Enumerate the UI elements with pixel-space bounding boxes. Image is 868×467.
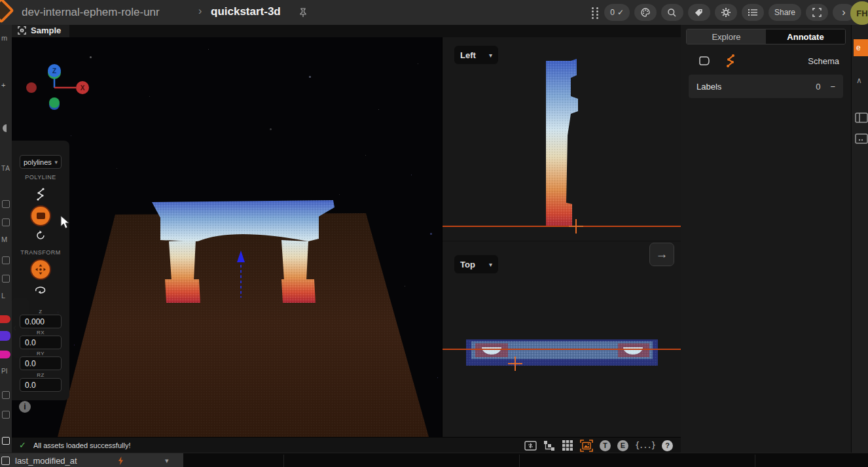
axis-z-label: Z [52, 67, 56, 75]
tags-button[interactable] [688, 4, 710, 21]
divider [519, 455, 520, 467]
chevron-down-icon[interactable]: ▾ [165, 457, 169, 465]
sidebar-checkbox[interactable] [2, 411, 10, 419]
ortho-axis-line [443, 349, 681, 350]
axis-orientation-gizmo[interactable]: Z X [18, 60, 97, 116]
left-view-axis-select[interactable]: Left ▾ [454, 46, 498, 64]
json-view-button[interactable]: {...} [635, 441, 655, 450]
ortho-axis-line [443, 226, 681, 227]
move-transform-tool-active[interactable] [31, 260, 50, 279]
lightning-icon [118, 457, 124, 465]
half-circle-icon [3, 124, 10, 132]
cuboid-label-icon[interactable] [698, 56, 711, 66]
rz-field-input[interactable] [20, 378, 62, 392]
ortho-view-left[interactable]: Left ▾ [443, 37, 681, 241]
main-3d-viewport[interactable]: Z X ‹ polylines ▾ POLYLINE [12, 37, 442, 437]
ry-field-label: RY [12, 351, 69, 356]
tab-sample[interactable]: Sample [12, 23, 69, 37]
labels-count: 0 [816, 82, 820, 92]
mouse-cursor [60, 215, 71, 230]
asset-status-bar: ✓ All assets loaded successfully! T E {.… [12, 437, 681, 453]
sidebar-section-tags: TA [1, 165, 10, 172]
draw-polyline-tool[interactable] [33, 186, 48, 202]
annotate-vertical-tab[interactable]: e [854, 39, 868, 56]
list-view-button[interactable] [742, 4, 764, 21]
label-color-pill[interactable] [0, 315, 10, 323]
polyline-label-icon-active[interactable] [725, 54, 736, 67]
z-field-input[interactable] [20, 315, 62, 328]
redo-loop-tool[interactable] [33, 228, 48, 243]
share-label: Share [774, 8, 795, 17]
grid-view-icon[interactable] [562, 440, 573, 451]
sidebar-section-labels: L [1, 292, 5, 300]
fullscreen-button[interactable] [806, 4, 828, 21]
color-palette-button[interactable] [634, 4, 657, 21]
status-message: All assets loaded successfully! [33, 441, 131, 449]
sidebar-checkbox[interactable] [2, 200, 10, 208]
labels-group-row[interactable]: Labels 0 − [689, 75, 843, 98]
tag-icon [694, 8, 704, 18]
share-button[interactable]: Share [769, 4, 801, 21]
ry-field-input[interactable] [20, 356, 62, 370]
chevron-up-icon[interactable]: ∧ [856, 76, 862, 85]
sidebar-collapsed-strip: m + TA M L PI [0, 25, 12, 453]
sidebar-checkbox[interactable] [2, 391, 10, 399]
media-view-icon-active[interactable] [580, 440, 593, 452]
sidebar-checkbox[interactable] [2, 218, 10, 226]
settings-button[interactable] [715, 4, 737, 21]
chevron-down-icon: ▾ [54, 159, 58, 165]
tab-annotate[interactable]: Annotate [766, 29, 845, 44]
right-edge-rail: e ∧ [851, 25, 868, 467]
label-color-pill[interactable] [0, 331, 10, 341]
sidebar-checkbox[interactable] [2, 437, 10, 445]
breadcrumb-current[interactable]: quickstart-3d [211, 5, 281, 18]
drag-handle-icon[interactable] [592, 7, 600, 18]
tab-explore[interactable]: Explore [687, 29, 766, 44]
annotation-count-button[interactable]: 0 ✓ [604, 4, 630, 21]
label-mode-value: polylines [24, 158, 52, 166]
sidebar-checkbox[interactable] [2, 256, 10, 264]
screen-share-icon[interactable] [524, 441, 537, 451]
chevron-down-icon: ▾ [489, 261, 492, 268]
info-button[interactable]: i [19, 401, 31, 413]
sidebar-fragment: m [1, 34, 7, 42]
draw-rectangle-tool-active[interactable] [31, 207, 50, 225]
move-icon [35, 264, 46, 275]
schema-row: Schema [686, 52, 846, 69]
help-button[interactable]: ? [662, 440, 673, 451]
check-icon: ✓ [617, 8, 624, 17]
transform-section-label: TRANSFORM [12, 249, 69, 256]
schema-link[interactable]: Schema [808, 56, 839, 66]
label-mode-select[interactable]: polylines ▾ [20, 155, 62, 169]
polyline-section-label: POLYLINE [12, 174, 69, 181]
axis-x-label: X [81, 84, 85, 92]
top-view-axis-select[interactable]: Top ▾ [454, 255, 498, 273]
rotate-transform-tool[interactable] [33, 282, 48, 298]
crosshair-marker [569, 219, 583, 234]
ortho-view-top[interactable]: Top ▾ → [443, 241, 681, 437]
console-panel-icon[interactable] [855, 133, 868, 144]
panel-tabs: Explore Annotate [686, 29, 846, 44]
sidebar-checkbox[interactable] [2, 275, 10, 283]
rx-field-input[interactable] [20, 336, 62, 349]
next-view-button[interactable]: → [649, 243, 674, 266]
breadcrumb-parent[interactable]: dev-internal-ephem-role-unr [22, 6, 160, 19]
app-logo[interactable] [0, 0, 14, 24]
field-checkbox[interactable] [1, 457, 10, 465]
label-color-pill[interactable] [0, 351, 10, 358]
axis-negx-handle [26, 82, 37, 93]
hierarchy-tree-icon[interactable] [543, 440, 555, 451]
add-icon[interactable]: + [1, 81, 5, 89]
gear-icon [721, 7, 731, 18]
collapse-minus-icon[interactable]: − [830, 82, 835, 92]
annotation-count: 0 [610, 8, 615, 17]
panel-layout-icon[interactable] [855, 112, 868, 123]
pin-icon[interactable] [298, 7, 308, 20]
evaluation-button[interactable]: E [617, 440, 628, 451]
rz-field-label: RZ [12, 372, 69, 378]
field-row[interactable]: last_modified_at ▾ [0, 453, 183, 467]
search-button[interactable] [661, 4, 683, 21]
annotation-tool-panel: polylines ▾ POLYLINE TRANSFORM Z RX [12, 141, 69, 400]
divider [755, 455, 755, 467]
text-overlay-button[interactable]: T [600, 440, 611, 451]
